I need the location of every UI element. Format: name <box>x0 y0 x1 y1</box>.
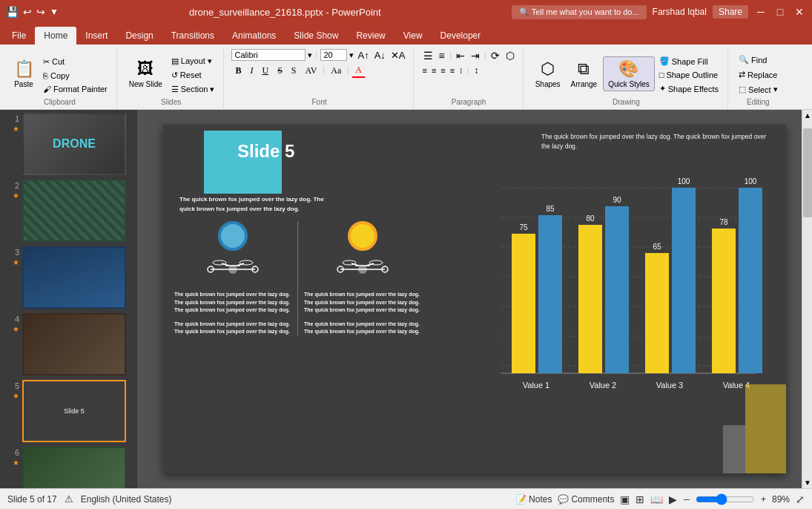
indent-decrease-button[interactable]: ⇤ <box>454 49 467 62</box>
shape-fill-button[interactable]: 🪣 Shape Fill <box>656 55 722 68</box>
slide-thumb-6[interactable]: 6 ★ <box>3 447 134 488</box>
shadow-button[interactable]: S <box>288 64 300 78</box>
slide-canvas[interactable]: Slide 5 The quick brown fox jumped over … <box>163 125 786 473</box>
align-center-button[interactable]: ≡ <box>430 65 438 76</box>
bar-v1-blue <box>538 215 562 373</box>
tab-animations[interactable]: Animations <box>223 27 285 45</box>
arrange-button[interactable]: ⧉ Arrange <box>567 57 602 91</box>
tab-view[interactable]: View <box>395 27 432 45</box>
justify-button[interactable]: ≡ <box>449 65 456 76</box>
tab-insert[interactable]: Insert <box>76 27 116 45</box>
layout-button[interactable]: ▤ Layout ▾ <box>168 55 218 68</box>
shapes-button[interactable]: ⬡ Shapes <box>531 57 565 91</box>
drone-circle-left <box>218 221 248 251</box>
zoom-in-button[interactable]: + <box>761 494 766 505</box>
slide-thumb-5[interactable]: 5 ★ Slide 5 <box>3 380 134 442</box>
font-name-input[interactable] <box>231 49 306 61</box>
slide-thumb-3[interactable]: 3 ★ <box>3 246 134 309</box>
change-case-button[interactable]: Aa <box>327 64 345 78</box>
indent-increase-button[interactable]: ⇥ <box>469 49 482 62</box>
select-button[interactable]: ⬚ Select ▾ <box>736 83 781 96</box>
convert-to-smartart-button[interactable]: ⬡ <box>504 49 517 62</box>
tab-design[interactable]: Design <box>116 27 162 45</box>
font-decrease-button[interactable]: A↓ <box>373 50 387 61</box>
text-direction-button[interactable]: ⟳ <box>489 49 502 62</box>
font-color-button[interactable]: A <box>351 63 366 78</box>
share-button[interactable]: Share <box>713 5 748 19</box>
restore-button[interactable]: □ <box>773 5 787 19</box>
slide-thumb-img-4[interactable] <box>22 313 126 375</box>
tab-transitions[interactable]: Transitions <box>162 27 223 45</box>
language-info[interactable]: English (United States) <box>81 494 172 505</box>
italic-button[interactable]: I <box>247 64 257 78</box>
slideshow-button[interactable]: ▶ <box>669 493 677 505</box>
find-button[interactable]: 🔍 Find <box>736 53 770 66</box>
tab-home[interactable]: Home <box>35 27 76 45</box>
underline-button[interactable]: U <box>259 64 273 78</box>
font-label: Font <box>311 98 326 108</box>
clear-format-button[interactable]: ✕A <box>389 50 407 61</box>
svg-text:65: 65 <box>653 243 661 251</box>
slide-thumb-img-2[interactable] <box>22 180 126 242</box>
slide-thumb-img-3[interactable] <box>22 246 126 309</box>
numbering-button[interactable]: ≡ <box>437 49 447 62</box>
normal-view-button[interactable]: ▣ <box>620 493 630 505</box>
reading-view-button[interactable]: 📖 <box>650 493 663 505</box>
scroll-down-button[interactable]: ▼ <box>802 477 812 488</box>
tab-developer[interactable]: Developer <box>432 27 490 45</box>
slide-thumb-2[interactable]: 2 ★ <box>3 180 134 242</box>
new-slide-button[interactable]: 🖼 New Slide <box>125 57 167 91</box>
shape-effects-button[interactable]: ✦ Shape Effects <box>656 82 722 95</box>
copy-button[interactable]: ⎘ Copy <box>40 70 110 82</box>
format-painter-button[interactable]: 🖌 Format Painter <box>40 83 110 95</box>
comments-button[interactable]: 💬 Comments <box>558 494 614 505</box>
zoom-out-button[interactable]: ─ <box>683 494 690 505</box>
shape-outline-button[interactable]: □ Shape Outline <box>656 69 722 81</box>
cut-button[interactable]: ✂ Cut <box>40 56 110 68</box>
close-button[interactable]: ✕ <box>793 5 806 19</box>
slide-sorter-button[interactable]: ⊞ <box>636 493 644 505</box>
col-button[interactable]: ⫶ <box>458 65 465 76</box>
replace-button[interactable]: ⇄ Replace <box>736 68 780 81</box>
redo-icon[interactable]: ↪ <box>36 6 45 18</box>
font-size-input[interactable] <box>320 49 347 61</box>
reset-button[interactable]: ↺ Reset <box>168 69 218 82</box>
undo-icon[interactable]: ↩ <box>23 6 32 18</box>
slide-thumb-img-5[interactable]: Slide 5 <box>22 380 126 442</box>
font-size-dropdown[interactable]: ▾ <box>349 50 354 60</box>
customize-icon[interactable]: ▼ <box>50 7 59 17</box>
tell-me-box[interactable]: 🔍 Tell me what you want to do... <box>512 5 647 19</box>
bold-button[interactable]: B <box>231 64 245 78</box>
font-increase-button[interactable]: A↑ <box>356 50 370 61</box>
char-spacing-button[interactable]: AV <box>302 64 321 78</box>
fit-to-window-button[interactable]: ⤢ <box>796 493 805 505</box>
slide-thumb-1[interactable]: 1 ★ DRONE <box>3 113 134 175</box>
align-right-button[interactable]: ≡ <box>439 65 446 76</box>
line-spacing-button[interactable]: ↕ <box>472 65 481 76</box>
scroll-up-button[interactable]: ▲ <box>802 110 812 121</box>
align-left-button[interactable]: ≡ <box>421 65 429 76</box>
notes-button[interactable]: 📝 Notes <box>515 494 552 505</box>
font-name-dropdown[interactable]: ▾ <box>308 50 312 60</box>
slide-star-5: ★ <box>13 392 19 400</box>
bullets-button[interactable]: ☰ <box>421 49 435 62</box>
slide-canvas-area: Slide 5 The quick brown fox jumped over … <box>137 110 812 488</box>
zoom-slider[interactable] <box>696 493 755 505</box>
slide-error-icon[interactable]: ⚠ <box>65 493 73 505</box>
slide-thumb-img-1[interactable]: DRONE <box>22 113 126 175</box>
zoom-level[interactable]: 89% <box>772 494 790 505</box>
tab-file[interactable]: File <box>3 27 35 45</box>
vertical-scrollbar[interactable]: ▲ ▼ <box>802 110 812 488</box>
save-icon[interactable]: 💾 <box>6 6 19 18</box>
quick-styles-button[interactable]: 🎨 Quick Styles <box>603 56 655 91</box>
slide-num-6: 6 <box>7 448 19 457</box>
paste-button[interactable]: 📋 Paste <box>9 57 39 91</box>
minimize-button[interactable]: ─ <box>754 5 768 19</box>
tab-slideshow[interactable]: Slide Show <box>285 27 347 45</box>
strikethrough-button[interactable]: S <box>274 64 286 78</box>
section-button[interactable]: ☰ Section ▾ <box>168 83 218 96</box>
slide-thumb-img-6[interactable] <box>22 447 126 488</box>
scroll-thumb[interactable] <box>803 128 812 217</box>
tab-review[interactable]: Review <box>347 27 394 45</box>
slide-thumb-4[interactable]: 4 ★ <box>3 313 134 375</box>
